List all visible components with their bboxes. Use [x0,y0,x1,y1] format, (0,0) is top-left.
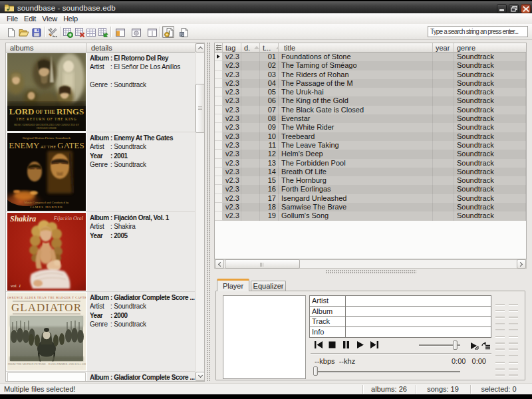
row-gutter[interactable] [215,211,223,220]
albums-vertical-scrollbar[interactable] [195,43,204,381]
save-database-button[interactable] [30,26,42,38]
song-row[interactable]: v2.3 12 Helm's Deep Soundtrack [215,150,526,158]
view-disc-button[interactable] [130,26,142,38]
tab-player[interactable]: Player [217,279,249,291]
row-gutter[interactable] [215,88,223,96]
year-column-header[interactable]: year [433,43,454,53]
row-gutter[interactable] [215,70,223,79]
album-cover-cell[interactable] [6,372,87,382]
albums-column-header[interactable]: albums [6,43,87,53]
disc-column-header[interactable]: d. [241,43,260,53]
song-row[interactable]: v2.3 16 Forth Eorlingas Soundtrack [215,185,526,194]
gutter-column-header[interactable] [215,43,223,53]
row-gutter[interactable] [215,141,223,150]
song-row[interactable]: v2.3 19 Gollum's Song Soundtrack [215,211,526,220]
genre-column-header[interactable]: genre [454,43,526,53]
row-gutter[interactable] [215,79,223,88]
title-column-header[interactable]: title [279,43,433,53]
artist-field-value[interactable] [346,296,491,306]
tab-equalizer[interactable]: Equalizer [251,281,286,291]
row-gutter[interactable] [215,194,223,203]
progress-slider-thumb[interactable] [313,366,318,376]
track-column-header[interactable]: t... [260,43,279,53]
album-details-cell[interactable]: Album: El Retorno Del ReyArtist: El Seño… [87,53,196,132]
row-gutter[interactable] [215,114,223,123]
pause-button[interactable] [342,340,351,350]
show-records-button[interactable] [84,26,96,38]
menu-edit[interactable]: Edit [23,13,37,23]
details-column-header[interactable]: details [87,43,196,53]
song-row[interactable]: v2.3 15 The Hornburg Soundtrack [215,176,526,185]
open-database-button[interactable] [17,26,29,38]
song-row[interactable]: v2.3 13 The Forbidden Pool Soundtrack [215,159,526,168]
row-gutter[interactable] [215,176,223,185]
tag-column-header[interactable]: tag [223,43,241,53]
row-gutter[interactable] [215,61,223,70]
song-row[interactable]: v2.3 14 Breath Of Life Soundtrack [215,168,526,176]
view-albums-panel-button[interactable] [114,26,126,38]
album-details-cell[interactable]: Album: Fijación Oral, Vol. 1Artist: Shak… [87,212,196,291]
album-row[interactable]: LORD OF THE RINGS THE RETURN OF THE KING… [6,53,196,132]
song-row[interactable]: v2.3 03 The Riders of Rohan Soundtrack [215,70,526,79]
song-row[interactable]: v2.3 11 The Leave Taking Soundtrack [215,141,526,150]
row-gutter[interactable] [215,203,223,211]
delete-records-button[interactable] [73,26,85,38]
row-gutter[interactable] [215,159,223,168]
row-gutter[interactable] [215,123,223,132]
album-details-cell[interactable]: Album: Gladiator Complete Score ... [87,372,196,382]
song-row[interactable]: v2.3 04 The Passage of the M Soundtrack [215,79,526,88]
album-row[interactable]: LAWRENCE ALDER THAN THE MADGER T CAVTRE … [6,292,196,372]
menu-view[interactable]: View [41,13,59,23]
menu-file[interactable]: File [5,13,19,23]
scroll-down-button[interactable] [196,372,205,381]
mute-button[interactable] [469,340,479,351]
album-cover-cell[interactable]: LORD OF THE RINGS THE RETURN OF THE KING… [6,53,87,132]
scroll-up-button[interactable] [196,43,205,53]
minimize-button[interactable] [497,4,507,13]
album-field-value[interactable] [346,307,491,317]
row-gutter[interactable] [215,53,223,61]
album-details-cell[interactable]: Album: Enemy At The GatesArtist: Soundtr… [87,132,196,211]
song-row[interactable]: v2.3 07 The Black Gate is Closed Soundtr… [215,106,526,114]
song-page-alt-button[interactable] [177,26,189,38]
import-records-button[interactable] [96,26,108,38]
vertical-splitter[interactable] [207,43,210,382]
search-input[interactable] [428,26,528,37]
album-cover-cell[interactable]: LAWRENCE ALDER THAN THE MADGER T CAVTRE … [6,292,87,371]
row-gutter[interactable] [215,185,223,194]
songs-horizontal-scrollbar[interactable] [214,259,527,269]
album-row[interactable]: Shakira Fijación Oral vol. 1 Album: Fija… [6,212,196,292]
song-row[interactable]: v2.3 08 Evenstar Soundtrack [215,114,526,123]
song-row[interactable]: v2.3 17 Isengard Unleashed Soundtrack [215,194,526,203]
horizontal-splitter[interactable] [326,270,416,274]
song-row[interactable]: v2.3 02 The Taming of Sméago Soundtrack [215,61,526,70]
scroll-right-button[interactable] [517,259,526,269]
song-row[interactable]: v2.3 06 The King of the Gold Soundtrack [215,96,526,105]
album-cover-cell[interactable]: Shakira Fijación Oral vol. 1 [6,212,87,291]
scroll-thumb[interactable] [225,259,300,269]
scroll-thumb[interactable] [196,84,205,133]
row-gutter[interactable] [215,96,223,105]
goto-current-track-button[interactable] [481,340,491,351]
view-columns-button[interactable] [146,26,158,38]
restore-button[interactable] [509,4,519,13]
options-button[interactable] [46,26,58,38]
new-database-button[interactable] [5,26,17,38]
scroll-left-button[interactable] [215,259,224,269]
volume-slider-thumb[interactable] [453,340,458,350]
row-gutter[interactable] [215,168,223,176]
close-button[interactable] [521,4,531,13]
song-row[interactable]: v2.3 05 The Uruk-hai Soundtrack [215,88,526,96]
menu-help[interactable]: Help [62,13,79,23]
song-row[interactable]: v2.3 10 Treebeard Soundtrack [215,132,526,141]
album-row[interactable]: Album: Gladiator Complete Score ... [6,372,196,382]
info-field-value[interactable] [346,327,491,338]
next-button[interactable] [370,340,379,350]
song-page-toggle-button[interactable] [162,26,174,38]
song-row[interactable]: v2.3 01 Foundations of Stone Soundtrack [215,53,526,61]
play-button[interactable] [356,340,365,350]
previous-button[interactable] [314,340,323,350]
add-records-button[interactable] [61,26,73,38]
row-gutter[interactable] [215,106,223,114]
album-cover-cell[interactable]: Original Motion Picture Soundtrack ENEMY… [6,132,87,211]
